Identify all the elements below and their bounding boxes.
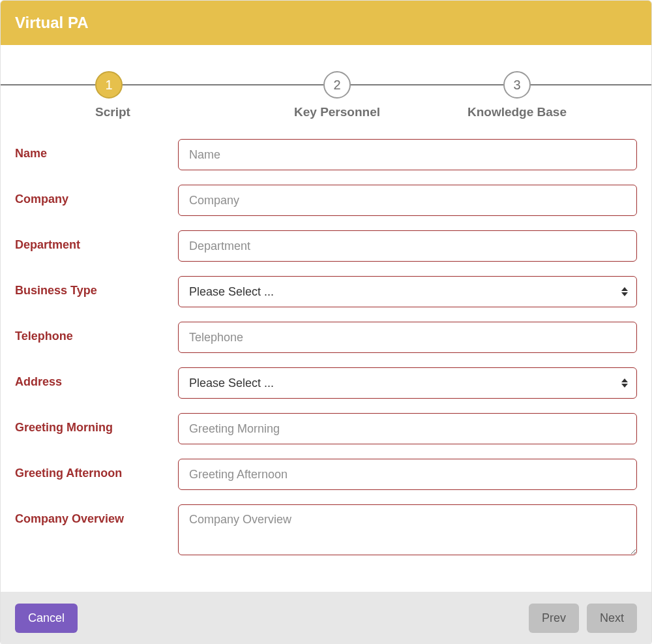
form-area: Name Company Department Business Type Pl… — [1, 126, 651, 592]
step-label-1: Script — [95, 105, 130, 119]
form-row-greeting-morning: Greeting Morning — [15, 413, 637, 444]
greeting-afternoon-input[interactable] — [178, 459, 637, 490]
label-telephone: Telephone — [15, 322, 178, 343]
label-company-overview: Company Overview — [15, 504, 178, 526]
label-department: Department — [15, 230, 178, 252]
company-overview-textarea[interactable] — [178, 504, 637, 555]
form-row-name: Name — [15, 139, 637, 170]
label-business-type: Business Type — [15, 276, 178, 298]
header: Virtual PA — [1, 1, 651, 45]
business-type-select[interactable]: Please Select ... — [178, 276, 637, 307]
cancel-button[interactable]: Cancel — [15, 604, 78, 633]
label-name: Name — [15, 139, 178, 161]
form-row-company: Company — [15, 185, 637, 216]
form-row-address: Address Please Select ... — [15, 367, 637, 399]
department-input[interactable] — [178, 230, 637, 262]
name-input[interactable] — [178, 139, 637, 170]
step-circle-1: 1 — [95, 71, 123, 99]
step-1[interactable]: 1 Script — [1, 71, 225, 119]
address-select[interactable]: Please Select ... — [178, 367, 637, 399]
step-label-2: Key Personnel — [294, 105, 380, 119]
nav-button-group: Prev Next — [529, 604, 637, 633]
header-title: Virtual PA — [15, 14, 637, 32]
form-row-department: Department — [15, 230, 637, 262]
step-label-3: Knowledge Base — [467, 105, 567, 119]
step-circle-2: 2 — [323, 71, 351, 99]
label-address: Address — [15, 367, 178, 389]
prev-button[interactable]: Prev — [529, 604, 579, 633]
label-greeting-afternoon: Greeting Afternoon — [15, 459, 178, 480]
label-company: Company — [15, 185, 178, 206]
form-row-company-overview: Company Overview — [15, 504, 637, 558]
form-row-greeting-afternoon: Greeting Afternoon — [15, 459, 637, 490]
telephone-input[interactable] — [178, 322, 637, 353]
step-3[interactable]: 3 Knowledge Base — [449, 71, 651, 119]
footer: Cancel Prev Next — [1, 592, 651, 644]
form-row-business-type: Business Type Please Select ... — [15, 276, 637, 307]
form-row-telephone: Telephone — [15, 322, 637, 353]
next-button[interactable]: Next — [587, 604, 637, 633]
company-input[interactable] — [178, 185, 637, 216]
step-circle-3: 3 — [503, 71, 531, 99]
label-greeting-morning: Greeting Morning — [15, 413, 178, 435]
greeting-morning-input[interactable] — [178, 413, 637, 444]
stepper: 1 Script 2 Key Personnel 3 Knowledge Bas… — [1, 45, 651, 126]
step-2[interactable]: 2 Key Personnel — [225, 71, 449, 119]
